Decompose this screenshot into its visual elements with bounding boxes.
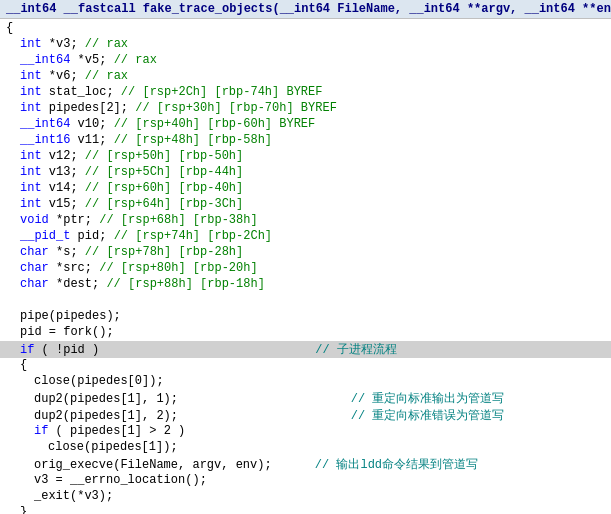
comment-token: // [rsp+60h] [rbp-40h] (85, 181, 243, 195)
keyword-token: if (20, 343, 34, 357)
code-token: *src; (49, 261, 99, 275)
comment-token: // [rsp+48h] [rbp-58h] (114, 133, 272, 147)
line-content: __int64 *v5; // rax (6, 53, 605, 67)
keyword-token: int (20, 197, 42, 211)
keyword-token: __int64 (20, 117, 70, 131)
code-token: orig_execve(FileName, argv, env); (34, 458, 272, 472)
function-header: __int64 __fastcall fake_trace_objects(__… (0, 0, 611, 19)
code-line: close(pipedes[1]); (0, 440, 611, 456)
code-line: pipe(pipedes); (0, 309, 611, 325)
comment-token: // [rsp+2Ch] [rbp-74h] BYREF (121, 85, 323, 99)
keyword-token: __pid_t (20, 229, 70, 243)
code-line: if ( !pid ) // 子进程流程 (0, 341, 611, 358)
line-content: __int64 v10; // [rsp+40h] [rbp-60h] BYRE… (6, 117, 605, 131)
code-container: __int64 __fastcall fake_trace_objects(__… (0, 0, 611, 514)
code-token: ( pipedes[1] > 2 ) (48, 424, 185, 438)
spacer (178, 392, 351, 406)
line-content: if ( pipedes[1] > 2 ) (6, 424, 605, 438)
line-content: int *v3; // rax (6, 37, 605, 51)
keyword-token: __int16 (20, 133, 70, 147)
code-line: int stat_loc; // [rsp+2Ch] [rbp-74h] BYR… (0, 85, 611, 101)
code-token: } (20, 505, 27, 514)
code-line: dup2(pipedes[1], 1); // 重定向标准输出为管道写 (0, 390, 611, 407)
code-line: int *v3; // rax (0, 37, 611, 53)
code-line: { (0, 358, 611, 374)
code-token: v15; (42, 197, 85, 211)
keyword-token: int (20, 165, 42, 179)
comment-token: // [rsp+88h] [rbp-18h] (106, 277, 264, 291)
code-line: int v14; // [rsp+60h] [rbp-40h] (0, 181, 611, 197)
code-line: v3 = __errno_location(); (0, 473, 611, 489)
code-line: close(pipedes[0]); (0, 374, 611, 390)
code-token: v12; (42, 149, 85, 163)
code-token: { (20, 358, 27, 372)
comment-token: // [rsp+30h] [rbp-70h] BYREF (135, 101, 337, 115)
code-line: int v12; // [rsp+50h] [rbp-50h] (0, 149, 611, 165)
code-line: } (0, 505, 611, 514)
keyword-token: int (20, 101, 42, 115)
line-content: char *s; // [rsp+78h] [rbp-28h] (6, 245, 605, 259)
code-token: close(pipedes[0]); (34, 374, 164, 388)
comment-token: // [rsp+50h] [rbp-50h] (85, 149, 243, 163)
code-line: __pid_t pid; // [rsp+74h] [rbp-2Ch] (0, 229, 611, 245)
code-line: char *s; // [rsp+78h] [rbp-28h] (0, 245, 611, 261)
code-token: stat_loc; (42, 85, 121, 99)
code-line: orig_execve(FileName, argv, env); // 输出l… (0, 456, 611, 473)
line-content: char *dest; // [rsp+88h] [rbp-18h] (6, 277, 605, 291)
code-token: v10; (70, 117, 113, 131)
comment-token: // rax (85, 37, 128, 51)
line-content: char *src; // [rsp+80h] [rbp-20h] (6, 261, 605, 275)
spacer (272, 458, 315, 472)
comment-token: // [rsp+74h] [rbp-2Ch] (114, 229, 272, 243)
code-token: v14; (42, 181, 85, 195)
keyword-token: if (34, 424, 48, 438)
code-line: { (0, 21, 611, 37)
code-line: pid = fork(); (0, 325, 611, 341)
line-content: dup2(pipedes[1], 2); // 重定向标准错误为管道写 (6, 407, 605, 424)
code-token: *v5; (70, 53, 113, 67)
code-token: pid = fork(); (20, 325, 114, 339)
code-body: {int *v3; // rax__int64 *v5; // raxint *… (0, 19, 611, 514)
line-content: _exit(*v3); (6, 489, 605, 503)
code-line (0, 293, 611, 309)
comment-cn-token: // 重定向标准输出为管道写 (351, 392, 505, 406)
line-content: int *v6; // rax (6, 69, 605, 83)
line-content: pid = fork(); (6, 325, 605, 339)
line-content: if ( !pid ) // 子进程流程 (6, 341, 605, 358)
code-token: *dest; (49, 277, 107, 291)
code-token: dup2(pipedes[1], 2); (34, 409, 178, 423)
comment-token: // [rsp+68h] [rbp-38h] (99, 213, 257, 227)
line-content: int v14; // [rsp+60h] [rbp-40h] (6, 181, 605, 195)
keyword-token: int (20, 85, 42, 99)
comment-token: // [rsp+80h] [rbp-20h] (99, 261, 257, 275)
code-token: _exit(*v3); (34, 489, 113, 503)
comment-token: // rax (114, 53, 157, 67)
spacer (178, 409, 351, 423)
code-token: *v3; (42, 37, 85, 51)
line-content: __int16 v11; // [rsp+48h] [rbp-58h] (6, 133, 605, 147)
code-token: *ptr; (49, 213, 99, 227)
keyword-token: int (20, 149, 42, 163)
line-content: int stat_loc; // [rsp+2Ch] [rbp-74h] BYR… (6, 85, 605, 99)
code-line: int v15; // [rsp+64h] [rbp-3Ch] (0, 197, 611, 213)
code-token: v13; (42, 165, 85, 179)
code-token: dup2(pipedes[1], 1); (34, 392, 178, 406)
line-content: int v13; // [rsp+5Ch] [rbp-44h] (6, 165, 605, 179)
code-token: v3 = __errno_location(); (34, 473, 207, 487)
code-token: *v6; (42, 69, 85, 83)
keyword-token: void (20, 213, 49, 227)
line-content: void *ptr; // [rsp+68h] [rbp-38h] (6, 213, 605, 227)
code-token: *s; (49, 245, 85, 259)
code-line: __int64 *v5; // rax (0, 53, 611, 69)
keyword-token: int (20, 37, 42, 51)
line-content: { (6, 358, 605, 372)
spacer (99, 343, 315, 357)
comment-cn-token: // 子进程流程 (315, 343, 397, 357)
code-line: int *v6; // rax (0, 69, 611, 85)
line-content: { (6, 21, 13, 35)
code-line: void *ptr; // [rsp+68h] [rbp-38h] (0, 213, 611, 229)
comment-token: // [rsp+40h] [rbp-60h] BYREF (114, 117, 316, 131)
code-token: pipedes[2]; (42, 101, 136, 115)
code-line: __int16 v11; // [rsp+48h] [rbp-58h] (0, 133, 611, 149)
comment-token: // [rsp+64h] [rbp-3Ch] (85, 197, 243, 211)
